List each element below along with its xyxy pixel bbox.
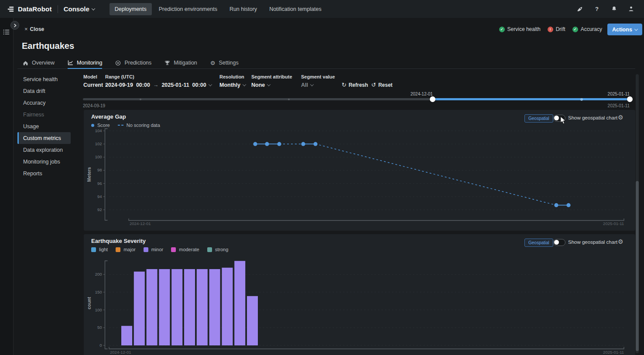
legend-label: light — [99, 247, 108, 252]
svg-text:150: 150 — [95, 290, 102, 294]
slider-selection-start-label: 2024-12-01 — [411, 92, 433, 96]
legend-square-marker — [207, 247, 212, 252]
tab-overview[interactable]: Overview — [23, 60, 55, 68]
help-icon[interactable]: ? — [593, 6, 600, 13]
segment-attribute-label: Segment attribute — [251, 74, 292, 79]
model-label: Model — [83, 74, 108, 79]
status-badge-accuracy[interactable]: ✓Accuracy — [572, 26, 602, 32]
geospatial-toggle[interactable] — [553, 239, 565, 246]
svg-text:200: 200 — [95, 272, 102, 276]
bell-icon[interactable] — [610, 6, 617, 13]
legend-item-strong[interactable]: strong — [207, 247, 229, 252]
line-chart-icon — [68, 60, 73, 65]
reset-button[interactable]: ↺Reset — [371, 82, 393, 88]
average-gap-line-chart: 104102100989694922024-12-012025-01-11Met… — [84, 110, 635, 231]
svg-text:98: 98 — [97, 167, 102, 172]
tab-monitoring[interactable]: Monitoring — [68, 60, 102, 69]
datarobot-logo-icon — [7, 6, 14, 13]
rocket-icon[interactable] — [576, 6, 583, 13]
sidebar-item-monitoring-jobs[interactable]: Monitoring jobs — [17, 156, 71, 167]
nav-item-deployments[interactable]: Deployments — [110, 3, 152, 15]
chevron-down-icon — [310, 82, 314, 86]
time-range-slider[interactable]: 2024-12-01 2025-01-11 2024-09-19 2025-01… — [83, 92, 630, 109]
tab-mitigation[interactable]: Mitigation — [164, 60, 197, 68]
gear-icon[interactable]: ⚙ — [618, 114, 623, 121]
earthquake-severity-panel: Earthquake Severity lightmajorminormoder… — [84, 234, 635, 355]
slider-handle-end[interactable] — [627, 96, 633, 102]
segment-value-select: All — [301, 82, 335, 88]
svg-text:92: 92 — [97, 207, 102, 212]
model-select[interactable]: Current — [83, 82, 108, 88]
range-end-time: 00:00 — [192, 82, 206, 88]
legend-item-score[interactable]: Score — [91, 123, 110, 128]
nav-item-run-history[interactable]: Run history — [224, 3, 262, 15]
legend-label: strong — [215, 247, 229, 252]
gear-icon[interactable]: ⚙ — [618, 238, 623, 245]
trophy-icon — [164, 60, 170, 66]
nav-item-notification-templates[interactable]: Notification templates — [264, 3, 327, 15]
status-badge-label: Accuracy — [581, 26, 602, 32]
geospatial-toggle[interactable] — [553, 115, 565, 122]
geospatial-badge[interactable]: Geospatial — [524, 114, 553, 123]
sidebar-item-usage[interactable]: Usage — [17, 120, 71, 132]
status-badge-drift[interactable]: !Drift — [548, 26, 565, 32]
segment-attribute-select[interactable]: None — [251, 82, 292, 88]
user-icon[interactable] — [627, 6, 634, 13]
actions-button[interactable]: Actions — [607, 24, 642, 35]
legend-item-no-scoring-data[interactable]: No scoring data — [118, 123, 160, 128]
console-menu[interactable]: Console — [64, 5, 95, 13]
legend-square-marker — [91, 247, 96, 252]
legend-item-major[interactable]: major — [116, 247, 136, 252]
reset-icon: ↺ — [371, 82, 376, 88]
refresh-icon: ↻ — [342, 82, 346, 88]
resolution-select[interactable]: Monthly — [219, 82, 246, 88]
toggle-knob — [554, 116, 559, 120]
svg-text:2025-01-11: 2025-01-11 — [603, 350, 624, 355]
status-badge-label: Service health — [507, 26, 541, 32]
svg-text:50: 50 — [97, 325, 102, 330]
tab-settings[interactable]: ⚙Settings — [210, 60, 239, 68]
home-icon — [23, 60, 28, 66]
range-select[interactable]: 2024-09-19 00:00 → 2025-01-11 00:00 — [105, 82, 212, 88]
slider-handle-start[interactable] — [430, 96, 435, 102]
segment-attribute-filter: Segment attribute None — [251, 74, 292, 88]
svg-text:100: 100 — [95, 154, 102, 159]
refresh-button[interactable]: ↻Refresh — [342, 82, 368, 88]
svg-text:104: 104 — [95, 128, 102, 133]
sidebar-item-accuracy[interactable]: Accuracy — [17, 97, 71, 109]
legend-item-minor[interactable]: minor — [144, 247, 164, 252]
expand-panel-button[interactable] — [10, 21, 19, 30]
sidebar-item-data-drift[interactable]: Data drift — [17, 85, 71, 97]
svg-text:0: 0 — [99, 343, 102, 348]
tab-predictions[interactable]: Predictions — [115, 60, 151, 68]
geospatial-badge[interactable]: Geospatial — [524, 239, 553, 247]
sidebar-item-service-health[interactable]: Service health — [17, 73, 71, 85]
gear-icon: ⚙ — [210, 60, 216, 66]
status-badge-service-health[interactable]: ✓Service health — [499, 26, 541, 32]
sidebar-item-data-exploration[interactable]: Data exploration — [17, 144, 71, 156]
range-filter: Range (UTC) 2024-09-19 00:00 → 2025-01-1… — [105, 74, 212, 88]
svg-text:2025-01-11: 2025-01-11 — [603, 221, 624, 226]
status-badge-label: Drift — [556, 26, 565, 32]
range-end-date: 2025-01-11 — [161, 82, 189, 88]
check-circle-icon: ✓ — [499, 27, 505, 32]
sidebar-item-reports[interactable]: Reports — [17, 167, 71, 179]
chevron-down-icon — [634, 27, 638, 31]
brand-wordmark: DataRobot — [18, 5, 52, 13]
slider-selected-range[interactable] — [433, 98, 630, 100]
range-label: Range (UTC) — [105, 74, 212, 79]
page-title: Earthquakes — [22, 41, 74, 51]
legend-square-marker — [171, 247, 176, 252]
legend-item-moderate[interactable]: moderate — [171, 247, 199, 252]
vertical-scrollbar[interactable] — [636, 74, 639, 353]
sidebar-item-custom-metrics[interactable]: Custom metrics — [17, 132, 71, 144]
left-rail — [0, 18, 14, 355]
legend-item-light[interactable]: light — [91, 247, 108, 252]
nav-item-prediction-environments[interactable]: Prediction environments — [154, 3, 223, 15]
predictions-icon — [115, 60, 121, 66]
legend-square-marker — [116, 247, 120, 252]
close-button[interactable]: × Close — [24, 26, 44, 32]
scrollbar-thumb[interactable] — [636, 181, 639, 351]
slider-tick-mark — [140, 99, 141, 100]
deployment-list-icon[interactable] — [3, 29, 10, 35]
